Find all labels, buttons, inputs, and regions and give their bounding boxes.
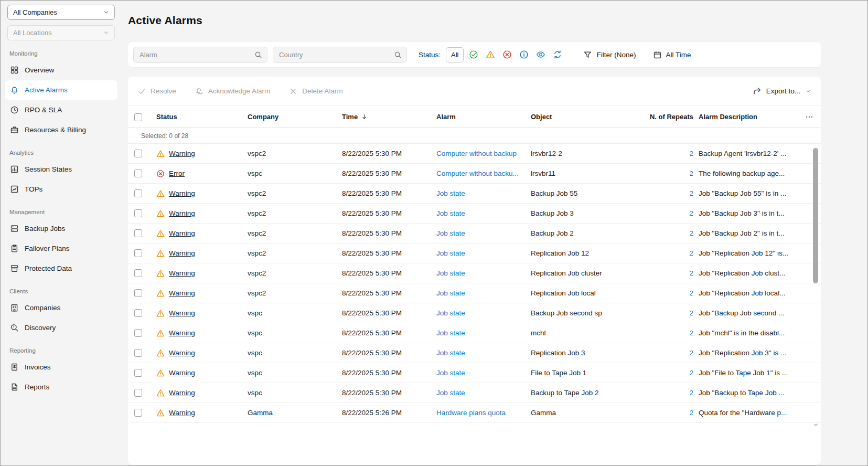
sidebar-item-tops[interactable]: TOPs xyxy=(5,179,117,199)
alarm-status-link[interactable]: Warning xyxy=(169,229,195,237)
status-filter-all[interactable]: All xyxy=(446,47,464,62)
alarm-status-link[interactable]: Warning xyxy=(169,289,195,297)
company-filter-select[interactable]: All Companies xyxy=(7,5,115,20)
repeats-link[interactable]: 2 xyxy=(689,349,693,357)
alarm-type-link[interactable]: Job state xyxy=(436,249,465,257)
repeats-link[interactable]: 2 xyxy=(689,170,693,177)
alarm-status-link[interactable]: Warning xyxy=(169,349,195,357)
column-header-object[interactable]: Object xyxy=(531,113,637,121)
status-filter-error[interactable] xyxy=(500,48,514,62)
repeats-link[interactable]: 2 xyxy=(689,289,693,297)
row-checkbox[interactable] xyxy=(134,249,142,257)
alarm-type-link[interactable]: Job state xyxy=(436,289,465,297)
time-range-button[interactable]: All Time xyxy=(653,50,691,59)
alarm-type-link[interactable]: Hardware plans quota xyxy=(436,409,506,417)
alarm-status-link[interactable]: Warning xyxy=(169,369,195,377)
repeats-link[interactable]: 2 xyxy=(689,409,693,417)
alarm-status-link[interactable]: Warning xyxy=(169,329,195,337)
status-filter-acknowledged[interactable] xyxy=(533,48,548,62)
repeats-link[interactable]: 2 xyxy=(689,209,693,217)
alarm-status-link[interactable]: Warning xyxy=(169,389,195,397)
sidebar-item-protected-data[interactable]: Protected Data xyxy=(5,259,117,278)
row-checkbox[interactable] xyxy=(134,349,142,357)
row-checkbox[interactable] xyxy=(134,209,142,217)
row-checkbox[interactable] xyxy=(134,170,142,177)
acknowledge-alarm-button[interactable]: Acknowledge Alarm xyxy=(195,87,271,96)
sidebar-item-failover-plans[interactable]: Failover Plans xyxy=(5,239,117,258)
sidebar-item-active-alarms[interactable]: Active Alarms xyxy=(5,80,117,100)
row-checkbox[interactable] xyxy=(134,409,142,417)
row-checkbox[interactable] xyxy=(134,229,142,237)
chart-box-icon xyxy=(10,185,19,194)
alarm-status-link[interactable]: Warning xyxy=(169,189,195,197)
repeats-link[interactable]: 2 xyxy=(689,189,693,197)
sidebar-item-companies[interactable]: Companies xyxy=(5,298,117,317)
row-checkbox[interactable] xyxy=(134,329,142,337)
sidebar-item-reports[interactable]: Reports xyxy=(5,377,117,397)
row-checkbox[interactable] xyxy=(134,309,142,317)
alarm-status-link[interactable]: Warning xyxy=(169,249,195,257)
repeats-link[interactable]: 2 xyxy=(689,229,693,237)
alarm-type-link[interactable]: Job state xyxy=(436,309,465,317)
column-header-repeats[interactable]: N. of Repeats xyxy=(637,113,699,121)
country-search-input[interactable] xyxy=(279,51,394,59)
alarm-type-link[interactable]: Job state xyxy=(436,209,465,217)
sidebar-item-session-states[interactable]: Session States xyxy=(5,160,117,179)
sidebar-item-rpo-sla[interactable]: RPO & SLA xyxy=(5,100,117,120)
repeats-link[interactable]: 2 xyxy=(689,150,693,157)
repeats-link[interactable]: 2 xyxy=(689,269,693,277)
alarm-type-link[interactable]: Job state xyxy=(436,229,465,237)
alarm-type-link[interactable]: Job state xyxy=(436,269,465,277)
repeats-link[interactable]: 2 xyxy=(689,309,693,317)
status-filter-in-progress[interactable] xyxy=(550,48,564,62)
row-checkbox[interactable] xyxy=(134,369,142,377)
repeats-link[interactable]: 2 xyxy=(689,369,693,377)
column-header-status[interactable]: Status xyxy=(156,113,248,121)
row-checkbox[interactable] xyxy=(134,389,142,397)
repeats-link[interactable]: 2 xyxy=(689,249,693,257)
location-filter-select[interactable]: All Locations xyxy=(7,25,115,40)
scroll-down-arrow[interactable] xyxy=(812,421,819,428)
column-header-description[interactable]: Alarm Description xyxy=(699,113,791,121)
sidebar-item-discovery[interactable]: Discovery xyxy=(5,318,117,337)
repeats-link[interactable]: 2 xyxy=(689,329,693,337)
alarm-type-link[interactable]: Computer without backu... xyxy=(436,170,519,177)
alarm-status-link[interactable]: Error xyxy=(169,170,185,177)
alarm-type-link[interactable]: Job state xyxy=(436,349,465,357)
alarm-type-link[interactable]: Job state xyxy=(436,329,465,337)
status-filter-resolved[interactable] xyxy=(466,48,480,62)
repeats-link[interactable]: 2 xyxy=(689,389,693,397)
status-filter-warning[interactable] xyxy=(483,48,497,62)
row-checkbox[interactable] xyxy=(134,189,142,197)
alarm-status-link[interactable]: Warning xyxy=(169,269,195,277)
sidebar-item-overview[interactable]: Overview xyxy=(5,60,117,80)
status-filter-info[interactable] xyxy=(517,48,531,62)
table-scrollbar[interactable] xyxy=(812,145,819,426)
delete-alarm-button[interactable]: Delete Alarm xyxy=(289,87,342,96)
scrollbar-thumb[interactable] xyxy=(813,148,818,283)
filter-button[interactable]: Filter (None) xyxy=(583,50,636,59)
sidebar-item-resources-billing[interactable]: Resources & Billing xyxy=(5,120,117,140)
select-all-checkbox[interactable] xyxy=(134,113,142,121)
export-button[interactable]: Export to... xyxy=(753,87,811,96)
alarm-status-link[interactable]: Warning xyxy=(169,309,195,317)
row-checkbox[interactable] xyxy=(134,289,142,297)
alarm-search-input[interactable] xyxy=(140,51,254,59)
sidebar-item-invoices[interactable]: Invoices xyxy=(5,357,117,377)
table-row: Warning vspc2 8/22/2025 5:30 PM Job stat… xyxy=(128,283,821,303)
sidebar-item-backup-jobs[interactable]: Backup Jobs xyxy=(5,219,117,238)
row-checkbox[interactable] xyxy=(134,269,142,277)
column-menu-icon[interactable] xyxy=(805,113,813,121)
column-header-company[interactable]: Company xyxy=(248,113,342,121)
alarm-type-link[interactable]: Job state xyxy=(436,389,465,397)
alarm-status-link[interactable]: Warning xyxy=(169,409,195,417)
alarm-type-link[interactable]: Computer without backup xyxy=(436,150,517,157)
column-header-time[interactable]: Time xyxy=(342,113,436,121)
column-header-alarm[interactable]: Alarm xyxy=(436,113,531,121)
alarm-status-link[interactable]: Warning xyxy=(169,150,195,157)
alarm-type-link[interactable]: Job state xyxy=(436,189,465,197)
alarm-status-link[interactable]: Warning xyxy=(169,209,195,217)
resolve-button[interactable]: Resolve xyxy=(137,87,176,96)
alarm-type-link[interactable]: Job state xyxy=(436,369,465,377)
row-checkbox[interactable] xyxy=(134,150,142,157)
